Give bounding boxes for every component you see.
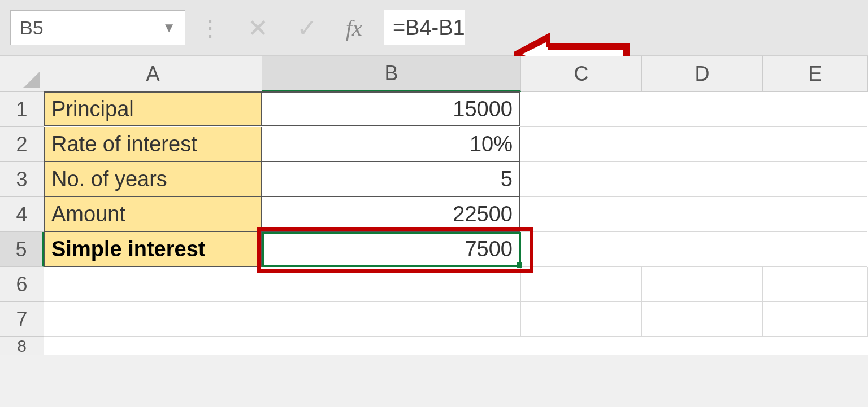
cell-a3[interactable]: No. of years <box>44 162 262 197</box>
cell-e5[interactable] <box>762 232 867 267</box>
row-header-5[interactable]: 5 <box>0 232 44 267</box>
cell-b1[interactable]: 15000 <box>262 91 520 126</box>
cell-b2[interactable]: 10% <box>262 127 520 162</box>
row-header-3[interactable]: 3 <box>0 162 44 197</box>
row-header-6[interactable]: 6 <box>0 267 44 302</box>
column-header-d[interactable]: D <box>642 56 763 92</box>
cell-b6[interactable] <box>262 267 521 302</box>
cell-c4[interactable] <box>520 197 641 232</box>
name-box[interactable]: B5 ▼ <box>10 10 185 45</box>
row-header-8[interactable]: 8 <box>0 337 44 355</box>
cell-c5[interactable] <box>520 232 641 267</box>
cancel-icon[interactable]: ✕ <box>248 14 268 42</box>
name-box-dropdown-icon[interactable]: ▼ <box>162 20 176 36</box>
formula-bar-input[interactable]: =B4-B1 <box>384 10 465 45</box>
spreadsheet-grid[interactable]: A B C D E 1 2 3 4 5 6 7 8 Principal 1500… <box>0 56 868 355</box>
cell-b5[interactable]: 7500 <box>262 232 520 267</box>
formula-bar-buttons: ✕ ✓ fx <box>236 14 374 42</box>
cell-d5[interactable] <box>641 232 762 267</box>
cell-d2[interactable] <box>641 127 762 162</box>
row-header-1[interactable]: 1 <box>0 92 44 127</box>
column-header-c[interactable]: C <box>521 56 642 92</box>
cell-c6[interactable] <box>521 267 642 302</box>
cell-a6[interactable] <box>44 267 262 302</box>
cell-c1[interactable] <box>520 92 641 127</box>
row-headers: 1 2 3 4 5 6 7 8 <box>0 92 44 355</box>
cell-c7[interactable] <box>521 302 642 337</box>
cell-a5[interactable]: Simple interest <box>44 232 262 267</box>
cell-d4[interactable] <box>641 197 762 232</box>
cell-e6[interactable] <box>763 267 868 302</box>
enter-icon[interactable]: ✓ <box>297 14 318 42</box>
cell-e1[interactable] <box>762 92 867 127</box>
cell-a4[interactable]: Amount <box>44 197 262 232</box>
row-header-4[interactable]: 4 <box>0 197 44 232</box>
row-header-7[interactable]: 7 <box>0 302 44 337</box>
cell-e2[interactable] <box>762 127 867 162</box>
cell-b3[interactable]: 5 <box>262 162 520 197</box>
cell-d6[interactable] <box>642 267 763 302</box>
cell-d3[interactable] <box>641 162 762 197</box>
cell-d7[interactable] <box>642 302 763 337</box>
cell-d1[interactable] <box>641 92 762 127</box>
cell-b7[interactable] <box>262 302 521 337</box>
name-box-value: B5 <box>20 17 44 39</box>
select-all-corner[interactable] <box>0 56 44 92</box>
cell-a2[interactable]: Rate of interest <box>44 127 262 162</box>
cells-area: Principal 15000 Rate of interest 10% No.… <box>44 92 868 355</box>
formula-text: =B4-B1 <box>393 16 465 40</box>
cell-a1[interactable]: Principal <box>44 91 262 126</box>
cell-a7[interactable] <box>44 302 262 337</box>
column-header-b[interactable]: B <box>262 56 521 92</box>
separator-icon: ⋮ <box>196 15 226 41</box>
column-header-a[interactable]: A <box>44 56 262 92</box>
formula-bar-area: B5 ▼ ⋮ ✕ ✓ fx =B4-B1 <box>0 0 868 56</box>
cell-b4[interactable]: 22500 <box>262 197 520 232</box>
row-header-2[interactable]: 2 <box>0 127 44 162</box>
column-headers: A B C D E <box>0 56 868 92</box>
cell-e3[interactable] <box>762 162 867 197</box>
cell-c2[interactable] <box>520 127 641 162</box>
fx-icon[interactable]: fx <box>346 15 362 41</box>
cell-c3[interactable] <box>520 162 641 197</box>
cell-e4[interactable] <box>762 197 867 232</box>
cell-e7[interactable] <box>763 302 868 337</box>
column-header-e[interactable]: E <box>763 56 868 92</box>
